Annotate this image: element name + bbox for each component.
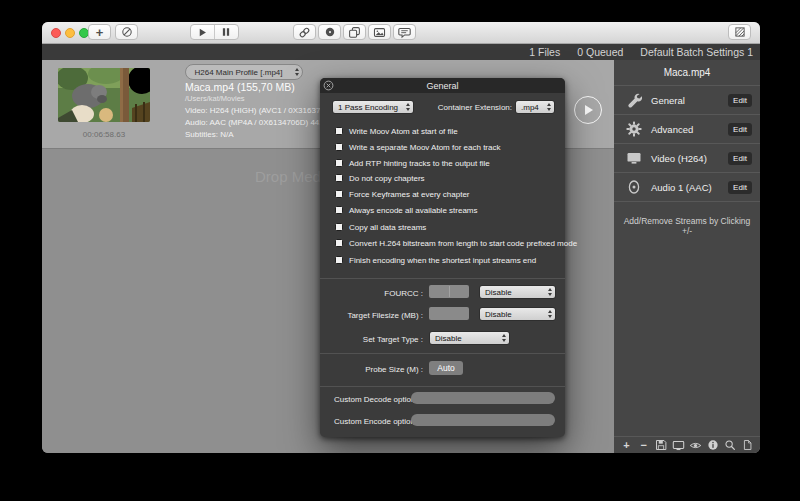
edit-general-button[interactable]: Edit [728,94,752,107]
gear-icon [625,121,643,137]
checkbox-label: Finish encoding when the shortest input … [349,256,536,265]
block-icon [121,26,133,38]
checkbox[interactable] [335,159,343,167]
app-window: + [42,22,760,453]
display-icon [672,439,685,452]
general-settings-popover: General 1 Pass Encoding Container Extens… [320,78,565,437]
custom-encode-input[interactable] [411,414,555,426]
sidebar-bottom-toolbar: + − [614,436,760,453]
file-name: Maca.mp4 (155,70 MB) [185,81,295,93]
checkbox-row: Write a separate Moov Atom for each trac… [335,142,500,152]
chevron-up-down-icon [543,103,554,111]
add-file-button[interactable]: + [88,24,111,40]
checkbox-label: Do not copy chapters [349,174,425,183]
checkbox-label: Force Keyframes at every chapter [349,190,470,199]
checkbox-row: Do not copy chapters [335,173,425,183]
log-button[interactable] [393,24,416,40]
sidebar-row-advanced[interactable]: Advanced Edit [614,115,760,144]
remove-stream-button[interactable]: − [637,440,650,451]
start-file-button[interactable] [574,96,602,124]
record-button[interactable] [318,24,341,40]
settings-sidebar: Maca.mp4 General Edit [614,60,760,453]
queued-count: 0 Queued [577,46,623,58]
info-icon [707,439,719,451]
sidebar-row-general[interactable]: General Edit [614,86,760,115]
sidebar-file-title: Maca.mp4 [614,60,760,86]
container-extension-value: .mp4 [521,103,543,112]
edit-video-button[interactable]: Edit [728,152,752,165]
search-button[interactable] [724,439,737,451]
document-button[interactable] [741,439,754,451]
checkbox[interactable] [335,256,343,264]
layers-icon [348,26,361,39]
probe-size-auto-button[interactable]: Auto [429,361,463,375]
chat-icon [398,26,411,39]
sidebar-row-video[interactable]: Video (H264) Edit [614,144,760,173]
separator [320,386,565,387]
custom-decode-label: Custom Decode options [334,395,408,404]
preview-toggle-button[interactable] [689,439,702,452]
checkbox[interactable] [335,239,343,247]
fourcc-mode-dropdown[interactable]: Disable [479,285,556,299]
target-filesize-mode-value: Disable [485,310,544,319]
checkbox-row: Add RTP hinting tracks to the output fil… [335,158,490,168]
set-target-type-dropdown[interactable]: Disable [429,331,510,345]
info-button[interactable] [706,439,719,451]
minimize-window-button[interactable] [65,28,75,38]
pause-icon [221,27,231,37]
edit-audio-button[interactable]: Edit [728,181,752,194]
custom-decode-input[interactable] [411,392,555,404]
chevron-up-down-icon [291,68,302,76]
plus-icon: + [623,440,629,451]
subtitles-info: Subtitles: N/A [185,130,233,139]
container-extension-label: Container Extension: [432,103,512,112]
display-icon [625,150,643,166]
preset-dropdown-value: H264 Main Profile [.mp4] [186,68,291,77]
link-button[interactable] [293,24,316,40]
eye-icon [689,439,702,452]
start-encoding-button[interactable] [191,25,214,39]
checkbox[interactable] [335,174,343,182]
fourcc-input[interactable] [429,285,469,298]
play-icon [585,105,593,115]
target-filesize-label: Target Filesize (MB) : [320,311,423,320]
target-filesize-input[interactable] [429,307,469,320]
sidebar-row-audio[interactable]: Audio 1 (AAC) Edit [614,173,760,202]
wrench-icon [625,92,643,108]
file-path: /Users/kat/Movies [185,94,245,103]
custom-encode-label: Custom Encode options [334,417,408,426]
checkbox[interactable] [335,206,343,214]
remove-file-button[interactable] [115,24,138,40]
checkbox-row: Finish encoding when the shortest input … [335,255,536,265]
speaker-icon [625,179,643,195]
preset-dropdown[interactable]: H264 Main Profile [.mp4] [185,64,303,80]
checkbox[interactable] [335,127,343,135]
batch-settings-button[interactable] [728,24,751,40]
close-popover-button[interactable] [323,80,334,91]
checkbox[interactable] [335,143,343,151]
chevron-up-down-icon [544,310,555,318]
checkbox-label: Add RTP hinting tracks to the output fil… [349,159,490,168]
add-stream-button[interactable]: + [620,440,633,451]
pass-encoding-dropdown[interactable]: 1 Pass Encoding [332,100,414,114]
close-window-button[interactable] [51,28,61,38]
container-extension-dropdown[interactable]: .mp4 [515,100,555,114]
preview-button[interactable] [368,24,391,40]
edit-advanced-button[interactable]: Edit [728,123,752,136]
save-button[interactable] [655,439,668,451]
popover-header: General [320,78,565,93]
target-filesize-mode-dropdown[interactable]: Disable [479,307,556,321]
display-toggle-button[interactable] [672,439,685,452]
checkbox-label: Copy all data streams [349,223,426,232]
pause-encoding-button[interactable] [215,25,238,39]
checkbox[interactable] [335,223,343,231]
close-icon [323,80,334,91]
duplicate-button[interactable] [343,24,366,40]
sidebar-row-label: Advanced [651,124,693,135]
files-count: 1 Files [529,46,560,58]
chevron-up-down-icon [498,334,509,342]
checkbox[interactable] [335,190,343,198]
sidebar-row-label: Audio 1 (AAC) [651,182,712,193]
checkbox-row: Copy all data streams [335,222,426,232]
chevron-up-down-icon [544,288,555,296]
